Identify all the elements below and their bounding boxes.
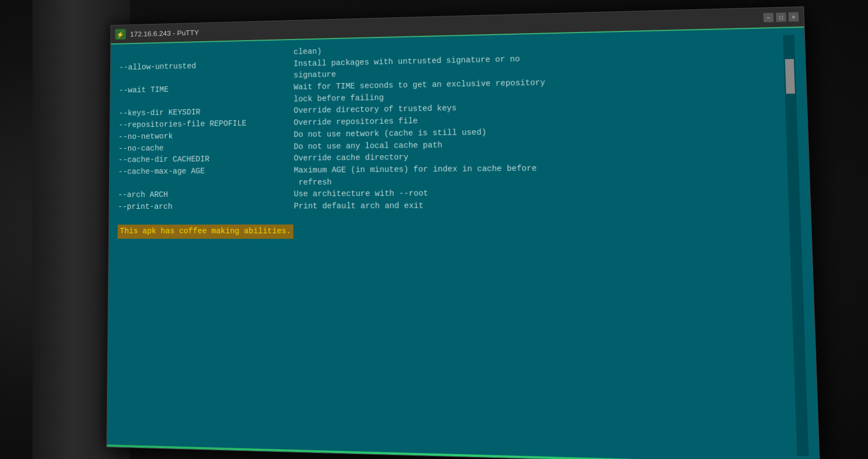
minimize-button[interactable]: − <box>763 13 774 22</box>
restore-button[interactable]: □ <box>776 12 786 22</box>
highlighted-text: This apk has coffee making abilities. <box>118 225 293 239</box>
terminal-body[interactable]: clean) --allow-untrusted Install package… <box>107 28 819 459</box>
coffee-line: This apk has coffee making abilities. <box>118 224 790 239</box>
putty-window: ⚡ 172.16.6.243 - PuTTY − □ × clean) --al… <box>106 7 820 459</box>
close-button[interactable]: × <box>788 12 799 22</box>
window-controls: − □ × <box>763 12 799 23</box>
terminal-line <box>118 211 789 225</box>
terminal-line: --print-arch Print default arch and exit <box>118 199 789 213</box>
svg-text:⚡: ⚡ <box>116 31 124 39</box>
scrollbar-thumb[interactable] <box>785 59 795 94</box>
putty-window-wrapper: ⚡ 172.16.6.243 - PuTTY − □ × clean) --al… <box>106 7 820 459</box>
putty-icon: ⚡ <box>115 29 126 40</box>
terminal-content: clean) --allow-untrusted Install package… <box>116 35 797 456</box>
